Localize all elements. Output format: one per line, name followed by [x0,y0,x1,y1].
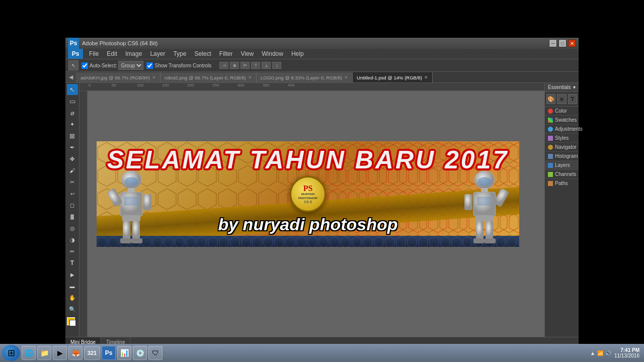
taskbar-clock: 7:41 PM 11/13/2016 [614,347,639,358]
taskbar-explorer-btn[interactable]: 📁 [37,346,51,360]
panel-item-layers[interactable]: Layers [545,161,579,170]
tab-close-2[interactable]: ✕ [248,75,252,80]
right-panel: Essentials ▾ 🎨 ≡ T Color Swatches [544,83,579,337]
panel-item-swatches[interactable]: Swatches [545,116,579,125]
histogram-dot-icon [548,154,553,159]
layers-dot-icon [548,163,553,168]
blur-tool[interactable]: ◎ [67,223,78,234]
panel-layers-icon[interactable]: ≡ [557,94,566,104]
align-right-btn[interactable]: ⊢ [240,62,250,69]
ruler-tick-300: 300 [237,83,244,87]
tab-close-1[interactable]: ✕ [152,75,156,80]
quick-select-tool[interactable]: ✦ [67,119,78,130]
panel-text-icon[interactable]: T [568,94,577,104]
eraser-tool[interactable]: ◻ [67,200,78,211]
essentials-dropdown-arrow[interactable]: ▾ [573,84,576,90]
tab-close-4[interactable]: ✕ [424,75,428,80]
systray-arrow[interactable]: ▲ [590,350,595,356]
panel-item-color[interactable]: Color [545,107,579,116]
auto-select-dropdown[interactable]: Group [118,61,143,70]
menu-file[interactable]: File [86,50,102,57]
panel-item-histogram[interactable]: Histogram [545,152,579,161]
menu-view[interactable]: View [237,50,257,57]
shape-tool[interactable]: ▬ [67,281,78,292]
taskbar-321-btn[interactable]: 321 [84,346,100,360]
panel-item-adjustments[interactable]: Adjustments [545,125,579,134]
taskbar-ps-btn[interactable]: Ps [102,346,116,360]
svg-rect-5 [97,236,519,247]
taskbar-disc-btn[interactable]: 💿 [133,346,147,360]
menu-edit[interactable]: Edit [103,50,121,57]
background-color[interactable] [69,320,76,326]
taskbar-firefox-btn[interactable]: 🦊 [68,346,83,360]
lasso-tool[interactable]: ⌀ [67,107,78,118]
left-letterbox [0,0,65,362]
gradient-tool[interactable]: ▓ [67,211,78,222]
taskbar-ie-btn[interactable]: 🌐 [22,346,36,360]
menu-image[interactable]: Image [122,50,145,57]
align-top-btn[interactable]: ⊤ [251,62,260,69]
menu-help[interactable]: Help [288,50,307,57]
text-tool[interactable]: T [67,257,78,268]
panel-color-icon[interactable]: 🎨 [546,94,555,104]
align-center-btn[interactable]: ⊕ [230,62,239,69]
tabs-left-arrow[interactable]: ◀ [65,72,76,82]
move-tool[interactable]: ↖ [67,84,78,95]
panel-item-paths[interactable]: Paths [545,179,579,188]
menu-type[interactable]: Type [170,50,190,57]
screen: Ps Adobe Photoshop CS6 (64 Bit) ─ □ ✕ Ps… [0,0,644,362]
align-bottom-btn[interactable]: ↕ [272,62,281,69]
move-tool-icon[interactable]: ↖ [68,60,78,70]
spot-heal-tool[interactable]: ✤ [67,153,78,164]
color-swatch-area[interactable] [67,317,78,328]
stamp-tool[interactable]: ✂ [67,176,78,188]
title-bar: Ps Adobe Photoshop CS6 (64 Bit) ─ □ ✕ [65,38,579,49]
panel-item-navigator[interactable]: Navigator [545,143,579,152]
taskbar-chart-btn[interactable]: 📊 [117,346,131,360]
menu-filter[interactable]: Filter [216,50,236,57]
center-logo-ps: PS [303,185,313,193]
menu-layer[interactable]: Layer [146,50,169,57]
tab-adbikh[interactable]: adAbIKH.jpg @ 66.7% (RGB/8#) ✕ [76,72,160,82]
ruler-tick-50: 50 [112,83,116,87]
history-brush-tool[interactable]: ↩ [67,188,78,199]
svg-rect-22 [477,197,492,206]
crop-tool[interactable]: ⊠ [67,130,78,141]
eyedropper-tool[interactable]: ✒ [67,142,78,153]
taskbar-media-btn[interactable]: ▶ [53,346,67,360]
maximize-button[interactable]: □ [558,39,567,47]
banner-artwork[interactable]: SELAMAT TAHUN BARU 2017 by nuryadi photo… [97,141,519,247]
align-left-btn[interactable]: ⊣ [219,62,228,69]
taskbar-shield-btn[interactable]: 🛡 [148,346,163,360]
start-button[interactable]: ⊞ [2,345,20,361]
minimize-button[interactable]: ─ [549,39,557,47]
panel-item-styles[interactable]: Styles [545,134,579,143]
tab-untitled-active[interactable]: Untitled-1.psd @ 14% (RGB/8) ✕ [353,72,433,82]
zoom-tool[interactable]: 🔍 [67,304,78,315]
hand-tool[interactable]: ✋ [67,292,78,303]
center-logo: PS NURYADI PHOTOSHOP CS 6 [290,176,326,212]
close-button[interactable]: ✕ [568,39,576,47]
left-toolbar: ↖ ▭ ⌀ ✦ ⊠ ✒ ✤ 🖌 ✂ ↩ ◻ ▓ ◎ ◑ ✏ T ▶ ▬ ✋ 🔍 [65,83,79,337]
brush-tool[interactable]: 🖌 [67,165,78,176]
path-select-tool[interactable]: ▶ [67,269,78,280]
align-middle-btn[interactable]: ⊥ [262,62,271,69]
auto-select-checkbox[interactable] [82,62,88,69]
tab-close-3[interactable]: ✕ [344,75,348,80]
menu-window[interactable]: Window [258,50,287,57]
transform-label: Show Transform Controls [154,63,211,68]
menu-select[interactable]: Select [191,50,214,57]
tab-robot2[interactable]: robot2.png @ 66.7% (Layer 0, RGB/8) ✕ [160,72,257,82]
canvas-scroll-area[interactable]: SELAMAT TAHUN BARU 2017 by nuryadi photo… [88,91,544,337]
options-bar: ↖ Auto-Select: Group Show Transform Cont… [65,59,579,72]
ps-menu-logo: Ps [68,49,83,59]
pen-tool[interactable]: ✏ [67,246,78,257]
svg-rect-16 [120,238,131,243]
ruler-tick-150: 150 [162,83,169,87]
panel-item-channels[interactable]: Channels [545,170,579,179]
dodge-tool[interactable]: ◑ [67,234,78,245]
tab-logo[interactable]: LOGO.png @ 8.33% (Layer 0, RGB/8) ✕ [257,72,353,82]
marquee-tool[interactable]: ▭ [67,96,78,107]
blue-bar [97,236,519,247]
transform-checkbox[interactable] [146,62,153,69]
